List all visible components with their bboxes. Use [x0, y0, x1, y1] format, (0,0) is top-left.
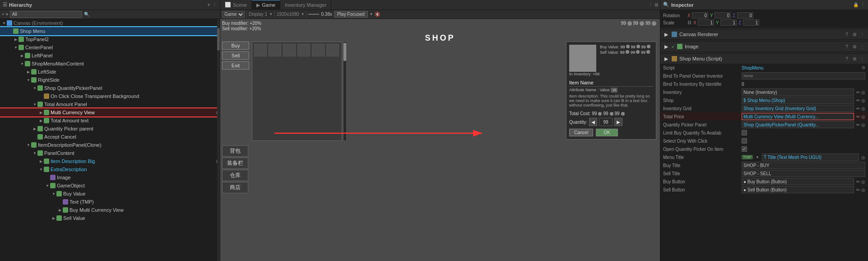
hier-item-canvas[interactable]: ▼ Canvas (Environment): [0, 19, 220, 27]
play-focused-btn[interactable]: Play Focused: [334, 11, 368, 18]
image-enabled-check[interactable]: ✓: [671, 44, 675, 49]
inventory-circle-btn[interactable]: ◎: [861, 90, 865, 95]
play-focused-arrow[interactable]: ▼: [370, 12, 373, 16]
menu-title-dropdown-arrow[interactable]: ▼: [756, 155, 759, 159]
select-only-click-checkbox[interactable]: [742, 138, 747, 144]
shop-ref[interactable]: $ Shop Menu (Shop): [742, 97, 854, 104]
buy-title-input[interactable]: [742, 162, 865, 169]
inventory-grid-ref[interactable]: Shop Inventory Grid (Inventory Grid): [742, 105, 854, 112]
hier-item-panelcontent[interactable]: ▼ PanelContent: [0, 149, 220, 157]
hier-item-itemdescbig[interactable]: ▶ Item Description Big ▶: [0, 157, 220, 165]
sell-button-circle-btn[interactable]: ◎: [861, 187, 865, 192]
qty-dec-btn[interactable]: ◄: [589, 118, 597, 126]
scale-z-input[interactable]: [743, 19, 759, 26]
hier-item-qpparent[interactable]: ▶ Quantity Picker parent: [0, 125, 220, 133]
sell-title-input[interactable]: [742, 170, 865, 177]
shop-edit-btn[interactable]: ✏: [856, 98, 860, 103]
canvas-renderer-settings-btn[interactable]: ⚙: [851, 31, 858, 37]
inv-grid-circle-btn[interactable]: ◎: [861, 106, 865, 111]
hierarchy-more-btn[interactable]: ⋮: [212, 2, 217, 8]
qty-input[interactable]: [599, 118, 613, 126]
bind-panel-ref[interactable]: None: [742, 72, 865, 79]
inv-grid-edit-btn[interactable]: ✏: [856, 106, 860, 111]
mute-icon[interactable]: 🔇: [375, 12, 380, 17]
qty-picker-ref[interactable]: Shop QuantityPickerPanel (Quantity...: [742, 121, 854, 128]
menu-title-circle-btn[interactable]: ◎: [861, 155, 865, 160]
open-qty-picker-checkbox[interactable]: [742, 146, 747, 152]
shop-circle-btn[interactable]: ◎: [861, 98, 865, 103]
total-price-edit-btn[interactable]: ✏: [856, 114, 860, 119]
hier-item-leftpanel[interactable]: ▶ LeftPanel: [0, 51, 220, 60]
canvas-renderer-header[interactable]: ▶ Canvas Renderer ? ⚙ ⋮: [660, 29, 868, 39]
image-settings-btn[interactable]: ⚙: [851, 43, 858, 50]
rotation-y-input[interactable]: [715, 12, 731, 19]
hier-item-extradesc[interactable]: ▼ ExtraDescription: [0, 165, 220, 173]
hier-item-centerpanel[interactable]: ▼ CenterPanel: [0, 43, 220, 51]
inventory-ref[interactable]: None (Inventory): [742, 89, 854, 96]
storage-tab[interactable]: 仓库: [222, 170, 248, 181]
hier-item-shopqpanel[interactable]: ▼ Shop QuantityPickerPanel: [0, 84, 220, 92]
scale-x-input[interactable]: [698, 19, 714, 26]
shop-menu-script-header[interactable]: ▶ Shop Menu (Script) ? ⚙ ⋮: [660, 54, 868, 64]
image-question-btn[interactable]: ?: [844, 43, 850, 50]
grid-slot[interactable]: [297, 44, 310, 56]
sell-button-edit-btn[interactable]: ✏: [856, 187, 860, 192]
hier-item-acceptcancel[interactable]: ▶ Accept Cancel: [0, 133, 220, 141]
grid-slot[interactable]: [269, 44, 281, 56]
grid-slot[interactable]: [283, 44, 296, 56]
rotation-z-input[interactable]: [737, 12, 753, 19]
hier-item-onclick[interactable]: ▶ On Click Close Transparent Background: [0, 92, 220, 100]
game-view-more-icon[interactable]: ⋮: [648, 2, 653, 8]
hierarchy-add-icon[interactable]: + ▾: [2, 12, 8, 17]
rotation-x-input[interactable]: [692, 12, 708, 19]
hier-item-sellvalue[interactable]: ▶ Sell Value: [0, 214, 220, 222]
buy-btn[interactable]: Buy: [222, 42, 249, 50]
shop-tab[interactable]: 商店: [222, 182, 248, 193]
image-component-header[interactable]: ▶ ✓ Image ? ⚙ ⋮: [660, 42, 868, 51]
hier-item-toppanel2[interactable]: ▶ TopPanel2: [0, 35, 220, 43]
game-view-popout-icon[interactable]: ⊞: [654, 2, 658, 7]
script-settings-icon[interactable]: ⚙: [862, 65, 865, 70]
sell-btn[interactable]: Sell: [222, 51, 249, 60]
canvas-renderer-question-btn[interactable]: ?: [844, 31, 850, 37]
scale-y-input[interactable]: [720, 19, 737, 26]
ok-btn[interactable]: OK: [596, 129, 617, 136]
hier-item-rightside[interactable]: ▼ RightSide: [0, 76, 220, 84]
cancel-btn[interactable]: Cancel: [569, 129, 593, 136]
qty-picker-edit-btn[interactable]: ✏: [856, 122, 860, 127]
hierarchy-scroll-thumb[interactable]: [217, 28, 220, 51]
tab-scene[interactable]: ⬜ Scene: [220, 0, 252, 10]
hier-item-buyvalue[interactable]: ▼ Buy Value: [0, 190, 220, 198]
image-more-btn[interactable]: ⋮: [859, 43, 865, 50]
hier-item-leftside[interactable]: ▶ LeftSide: [0, 68, 220, 76]
grid-scrollbar[interactable]: [343, 42, 347, 141]
hier-item-buymulticurrency[interactable]: ▶ Buy Multi Currency View: [0, 206, 220, 214]
hierarchy-search-input[interactable]: [10, 11, 82, 18]
sell-button-ref[interactable]: ● Sell Button (Button): [742, 186, 854, 193]
equipment-tab[interactable]: 装备栏: [222, 158, 248, 169]
total-price-circle-btn[interactable]: ◎: [861, 114, 865, 119]
grid-slot[interactable]: [254, 44, 267, 56]
inspector-lock-btn[interactable]: 🔒: [853, 2, 859, 7]
backpack-tab[interactable]: 背包: [222, 145, 248, 157]
hier-item-totalamounttext[interactable]: ▶ Total Amount text: [0, 117, 220, 125]
grid-scroll-thumb[interactable]: [343, 43, 346, 61]
buy-button-ref[interactable]: ● Buy Button (Button): [742, 178, 854, 185]
hier-item-totalamount[interactable]: ▼ Total Amount Panel: [0, 100, 220, 108]
grid-slot[interactable]: [326, 44, 339, 56]
menu-title-ref[interactable]: T Title (Text Mesh Pro UGUI): [762, 154, 859, 161]
buy-button-edit-btn[interactable]: ✏: [856, 179, 860, 184]
hierarchy-add-btn[interactable]: +: [207, 2, 210, 8]
exit-btn[interactable]: Exit: [222, 61, 249, 70]
qty-inc-btn[interactable]: ►: [614, 118, 622, 126]
hier-item-image[interactable]: ▶ Image: [0, 173, 220, 182]
tab-game[interactable]: ▶ Game: [252, 0, 280, 10]
hier-item-texttmp[interactable]: ▶ Text (TMP): [0, 198, 220, 206]
inventory-edit-btn[interactable]: ✏: [856, 90, 860, 95]
hier-item-gameobject[interactable]: ▼ GameObject: [0, 182, 220, 190]
hier-item-shopmenumain[interactable]: ▼ ShopMenuMainContent: [0, 60, 220, 68]
hier-item-shop-menu[interactable]: ▶ Shop Menu: [0, 27, 220, 35]
grid-slot[interactable]: [312, 44, 325, 56]
buy-button-circle-btn[interactable]: ◎: [861, 179, 865, 184]
hierarchy-scrollbar[interactable]: [217, 19, 220, 261]
